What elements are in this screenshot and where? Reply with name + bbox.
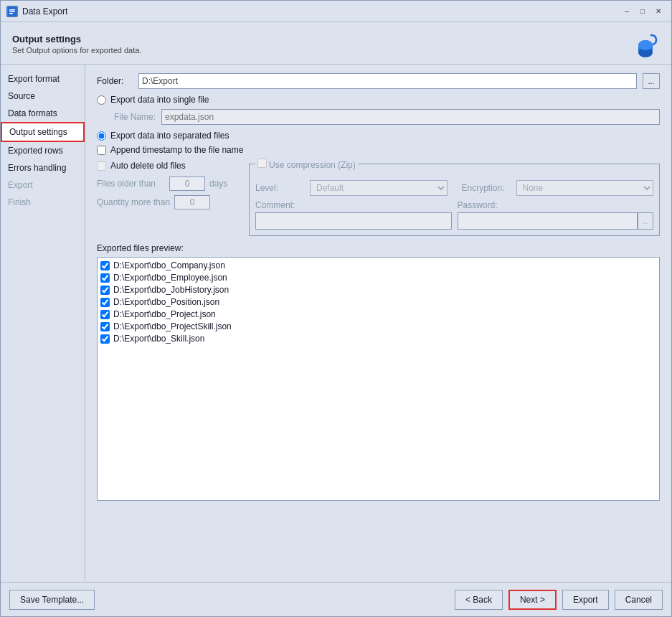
level-label: Level:: [255, 183, 306, 193]
main-content: Folder: ... Export data into single file…: [85, 65, 671, 582]
auto-delete-checkbox: [97, 161, 106, 171]
title-bar-left: Data Export: [6, 6, 67, 17]
sidebar-item-data-formats[interactable]: Data formats: [1, 105, 85, 122]
timestamp-checkbox[interactable]: [97, 146, 106, 155]
sidebar-item-exported-rows[interactable]: Exported rows: [1, 142, 85, 159]
filename-label: File Name:: [114, 112, 156, 122]
sidebar-item-finish: Finish: [1, 194, 85, 211]
header-icon: [631, 29, 660, 58]
next-button[interactable]: Next >: [508, 590, 557, 610]
footer-left: Save Template...: [9, 590, 95, 610]
maximize-button[interactable]: □: [635, 6, 650, 17]
preview-path-0: D:\Export\dbo_Company.json: [113, 260, 225, 270]
timestamp-label[interactable]: Append timestamp to the file name: [110, 145, 243, 155]
preview-label: Exported files preview:: [97, 243, 660, 253]
sidebar-item-source[interactable]: Source: [1, 88, 85, 105]
page-subtitle: Set Output options for exported data.: [12, 46, 141, 55]
preview-list: D:\Export\dbo_Company.json D:\Export\dbo…: [97, 257, 660, 501]
sidebar: Export format Source Data formats Output…: [1, 65, 85, 582]
files-older-row: Files older than days: [97, 176, 240, 191]
quantity-row: Quantity more than: [97, 195, 240, 209]
compression-label: Use compression (Zip): [269, 160, 356, 170]
preview-checkbox-4[interactable]: [100, 310, 110, 319]
sidebar-item-output-settings[interactable]: Output settings: [1, 122, 85, 142]
preview-item-4: D:\Export\dbo_Project.json: [100, 309, 656, 319]
filename-row: File Name:: [114, 109, 660, 125]
options-panels: Auto delete old files Files older than d…: [97, 161, 660, 236]
auto-delete-row: Auto delete old files: [97, 161, 240, 171]
footer-right: < Back Next > Export Cancel: [455, 590, 663, 610]
quantity-input: [174, 195, 210, 209]
preview-checkbox-3[interactable]: [100, 298, 110, 307]
main-window: Data Export – □ ✕ Output settings Set Ou…: [0, 0, 672, 617]
encryption-select: None: [516, 180, 654, 196]
comment-col: Comment:: [255, 200, 452, 230]
preview-checkbox-2[interactable]: [100, 286, 110, 295]
timestamp-row: Append timestamp to the file name: [97, 145, 660, 155]
svg-rect-3: [9, 13, 13, 14]
back-button[interactable]: < Back: [455, 590, 503, 610]
window-controls: – □ ✕: [620, 6, 666, 17]
minimize-button[interactable]: –: [620, 6, 634, 17]
header-left: Output settings Set Output options for e…: [12, 34, 141, 55]
preview-item-5: D:\Export\dbo_ProjectSkill.json: [100, 321, 656, 331]
left-panel: Auto delete old files Files older than d…: [97, 161, 240, 236]
svg-rect-2: [9, 11, 15, 12]
sidebar-item-export: Export: [1, 176, 85, 194]
preview-item-2: D:\Export\dbo_JobHistory.json: [100, 285, 656, 295]
encryption-label: Encryption:: [462, 183, 512, 193]
preview-checkbox-6[interactable]: [100, 334, 110, 344]
filename-input: [161, 109, 660, 125]
radio-separated-label[interactable]: Export data into separated files: [110, 131, 229, 141]
comment-input: [255, 212, 452, 230]
radio-single-label[interactable]: Export data into single file: [110, 95, 209, 105]
compression-title: Use compression (Zip): [255, 159, 358, 170]
export-button[interactable]: Export: [562, 590, 609, 610]
preview-path-3: D:\Export\dbo_Position.json: [113, 297, 219, 307]
title-bar: Data Export – □ ✕: [1, 1, 671, 22]
save-template-button[interactable]: Save Template...: [9, 590, 95, 610]
preview-path-6: D:\Export\dbo_Skill.json: [113, 334, 204, 344]
preview-checkbox-5[interactable]: [100, 322, 110, 331]
preview-item-6: D:\Export\dbo_Skill.json: [100, 334, 656, 344]
preview-checkbox-1[interactable]: [100, 273, 110, 283]
folder-row: Folder: ...: [97, 73, 660, 89]
cancel-button[interactable]: Cancel: [615, 590, 663, 610]
sidebar-item-export-format[interactable]: Export format: [1, 70, 85, 88]
preview-path-2: D:\Export\dbo_JobHistory.json: [113, 285, 229, 295]
auto-delete-label: Auto delete old files: [110, 161, 186, 171]
radio-single-row: Export data into single file: [97, 95, 660, 105]
level-select: Default: [310, 180, 448, 196]
folder-label: Folder:: [97, 76, 133, 86]
compression-content: Level: Default Encryption: None: [255, 180, 653, 230]
right-panel: Use compression (Zip) Level: Default Enc: [249, 161, 660, 236]
password-browse-button: ...: [638, 212, 653, 230]
quantity-label: Quantity more than: [97, 197, 170, 207]
preview-item-3: D:\Export\dbo_Position.json: [100, 297, 656, 307]
radio-separated-files[interactable]: [97, 131, 106, 141]
compression-checkbox: [257, 159, 267, 168]
body-layout: Export format Source Data formats Output…: [1, 65, 671, 582]
full-layout: Output settings Set Output options for e…: [1, 22, 671, 616]
radio-separated-row: Export data into separated files: [97, 131, 660, 141]
compression-group: Use compression (Zip) Level: Default Enc: [249, 164, 660, 236]
close-button[interactable]: ✕: [651, 6, 666, 17]
folder-input[interactable]: [138, 73, 637, 89]
radio-single-file[interactable]: [97, 95, 106, 105]
preview-checkbox-0[interactable]: [100, 261, 110, 270]
preview-path-4: D:\Export\dbo_Project.json: [113, 309, 216, 319]
files-older-input: [169, 176, 205, 191]
preview-path-5: D:\Export\dbo_ProjectSkill.json: [113, 321, 232, 331]
preview-item-0: D:\Export\dbo_Company.json: [100, 260, 656, 270]
app-icon: [6, 6, 18, 17]
files-older-unit: days: [209, 179, 227, 189]
browse-button[interactable]: ...: [643, 73, 660, 89]
header-section: Output settings Set Output options for e…: [1, 22, 671, 65]
sidebar-item-errors-handling[interactable]: Errors handling: [1, 159, 85, 176]
comment-password-row: Comment: Password: ...: [255, 200, 653, 230]
password-col: Password: ...: [458, 200, 654, 230]
page-title: Output settings: [12, 34, 141, 44]
comment-label: Comment:: [255, 200, 452, 210]
footer: Save Template... < Back Next > Export Ca…: [1, 582, 671, 616]
password-label: Password:: [458, 200, 654, 210]
